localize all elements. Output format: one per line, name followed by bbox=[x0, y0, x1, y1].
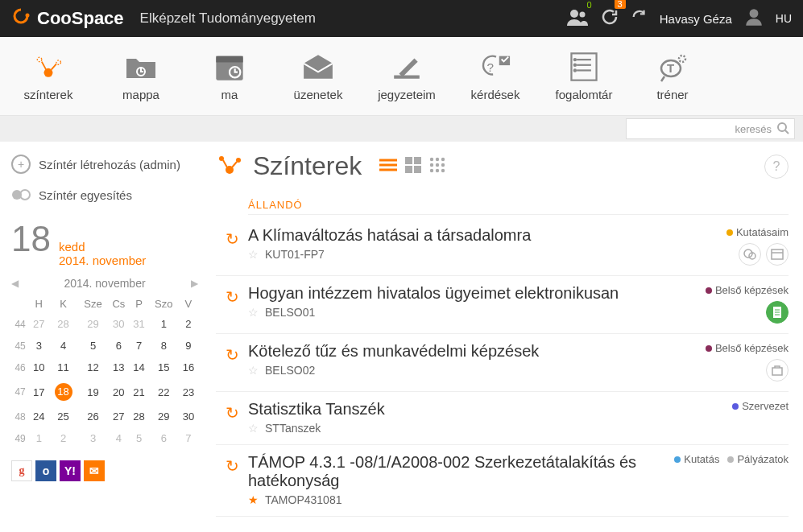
main: Színterek ? ÁLLANDÓ ↻ A Klímaváltozás ha… bbox=[209, 142, 803, 532]
svg-point-25 bbox=[778, 123, 786, 131]
calendar-today: 18 kedd 2014. november bbox=[11, 219, 198, 267]
calendar-day[interactable]: 27 bbox=[29, 313, 48, 335]
calendar-day[interactable]: 26 bbox=[78, 406, 108, 427]
nav-fogalomtar[interactable]: fogalomtár bbox=[540, 37, 628, 115]
page-title: Színterek bbox=[253, 151, 362, 181]
sidebar-merge[interactable]: Színtér egyesítés bbox=[11, 185, 198, 204]
calendar-day[interactable]: 29 bbox=[149, 406, 179, 427]
calendar-day[interactable]: 12 bbox=[78, 357, 108, 378]
help-icon[interactable]: ? bbox=[764, 155, 789, 179]
svg-text:?: ? bbox=[487, 60, 494, 74]
svg-point-3 bbox=[749, 9, 758, 18]
calendar-day[interactable]: 30 bbox=[179, 406, 198, 427]
calendar-day[interactable]: 2 bbox=[48, 427, 78, 449]
nav-mappa[interactable]: mappa bbox=[97, 37, 185, 115]
star-icon[interactable]: ★ bbox=[248, 493, 259, 506]
nav-uzenetek[interactable]: üzenetek bbox=[274, 37, 362, 115]
calendar-day[interactable]: 19 bbox=[78, 378, 108, 406]
doc-chip-icon[interactable] bbox=[766, 301, 789, 324]
calendar-day[interactable]: 30 bbox=[108, 313, 129, 335]
list-item[interactable]: ↻ Hogyan intézzem hivatalos ügyeimet ele… bbox=[216, 276, 789, 334]
nav-label: színterek bbox=[24, 88, 73, 101]
view-tiles-icon[interactable] bbox=[405, 157, 421, 176]
cal-next[interactable]: ▶ bbox=[191, 278, 198, 289]
calendar-day[interactable]: 29 bbox=[78, 313, 108, 335]
nav-trener[interactable]: T tréner bbox=[628, 37, 717, 115]
calendar-day[interactable]: 25 bbox=[48, 406, 78, 427]
calendar-day[interactable]: 20 bbox=[108, 378, 129, 406]
star-icon[interactable]: ☆ bbox=[248, 306, 259, 319]
view-list-icon[interactable] bbox=[379, 158, 397, 175]
calendar-day[interactable]: 31 bbox=[130, 313, 149, 335]
tag: Belső képzések bbox=[706, 284, 789, 296]
svg-point-0 bbox=[26, 14, 30, 18]
svg-rect-52 bbox=[772, 250, 783, 259]
calendar-day[interactable]: 3 bbox=[78, 427, 108, 449]
calendar-day[interactable]: 3 bbox=[29, 335, 48, 357]
sync-icon[interactable] bbox=[631, 8, 648, 30]
sidebar-create[interactable]: + Színtér létrehozás (admin) bbox=[11, 155, 198, 174]
calendar-day[interactable]: 4 bbox=[48, 335, 78, 357]
calendar-day[interactable]: 1 bbox=[29, 427, 48, 449]
calendar-day[interactable]: 24 bbox=[29, 406, 48, 427]
search-input[interactable]: keresés bbox=[626, 118, 795, 139]
calendar-day[interactable]: 8 bbox=[149, 335, 179, 357]
list-item[interactable]: ↻ A Klímaváltozás hatásai a társadalomra… bbox=[216, 218, 789, 276]
search-icon bbox=[776, 122, 789, 137]
username[interactable]: Havasy Géza bbox=[660, 12, 732, 26]
svg-line-7 bbox=[42, 62, 46, 70]
list-item[interactable]: ↻ TÁMOP 4.3.1 -08/1/A2008-002 Szerkezetá… bbox=[216, 445, 789, 517]
calendar-day[interactable]: 6 bbox=[108, 335, 129, 357]
calendar-day[interactable]: 11 bbox=[48, 357, 78, 378]
star-icon[interactable]: ☆ bbox=[248, 422, 259, 435]
box-chip-icon[interactable] bbox=[766, 359, 789, 381]
avatar-icon[interactable] bbox=[743, 6, 764, 31]
external-icons: g o Y! ✉ bbox=[11, 460, 198, 481]
calendar-day[interactable]: 22 bbox=[149, 378, 179, 406]
chat-chip-icon[interactable] bbox=[739, 243, 761, 266]
calendar-day[interactable]: 16 bbox=[179, 357, 198, 378]
svg-point-22 bbox=[574, 69, 576, 71]
calendar-day[interactable]: 2 bbox=[179, 313, 198, 335]
lang[interactable]: HU bbox=[776, 12, 792, 25]
calendar-day[interactable]: 7 bbox=[130, 335, 149, 357]
nav-jegyzeteim[interactable]: jegyzeteim bbox=[362, 37, 451, 115]
card-chip-icon[interactable] bbox=[766, 243, 789, 266]
calendar-day[interactable]: 15 bbox=[149, 357, 179, 378]
calendar-day[interactable]: 5 bbox=[78, 335, 108, 357]
star-icon[interactable]: ☆ bbox=[248, 248, 259, 261]
logo[interactable]: CooSpace bbox=[11, 6, 124, 31]
calendar-day[interactable]: 21 bbox=[130, 378, 149, 406]
calendar-day[interactable]: 6 bbox=[149, 427, 179, 449]
calendar-day[interactable]: 10 bbox=[29, 357, 48, 378]
outlook-icon[interactable]: o bbox=[35, 460, 56, 481]
calendar-day[interactable]: 9 bbox=[179, 335, 198, 357]
list-item[interactable]: ↻ Kötelező tűz és munkavédelmi képzések … bbox=[216, 334, 789, 392]
calendar-day[interactable]: 17 bbox=[29, 378, 48, 406]
svg-rect-40 bbox=[414, 166, 421, 173]
mail-icon[interactable]: ✉ bbox=[84, 460, 105, 481]
calendar-day[interactable]: 7 bbox=[179, 427, 198, 449]
calendar-day[interactable]: 13 bbox=[108, 357, 129, 378]
cal-prev[interactable]: ◀ bbox=[11, 278, 19, 289]
list-item[interactable]: ↻ Statisztika Tanszék ☆ STTanszek Szerve… bbox=[216, 392, 789, 445]
calendar-day[interactable]: 23 bbox=[179, 378, 198, 406]
nav-kerdesek[interactable]: ? kérdések bbox=[451, 37, 540, 115]
calendar-day[interactable]: 28 bbox=[130, 406, 149, 427]
nav-ma[interactable]: ma bbox=[185, 37, 274, 115]
star-icon[interactable]: ☆ bbox=[248, 364, 259, 377]
nav-szinterek[interactable]: színterek bbox=[0, 37, 97, 115]
view-grid-icon[interactable] bbox=[429, 157, 445, 176]
people-icon[interactable]: 0 bbox=[566, 8, 589, 30]
calendar-day[interactable]: 1 bbox=[149, 313, 179, 335]
refresh-badge-icon[interactable]: 3 bbox=[600, 7, 619, 31]
calendar-day[interactable]: 18 bbox=[48, 378, 78, 406]
yahoo-icon[interactable]: Y! bbox=[60, 460, 81, 481]
calendar-day[interactable]: 14 bbox=[130, 357, 149, 378]
calendar-day[interactable]: 28 bbox=[48, 313, 78, 335]
calendar-day[interactable]: 5 bbox=[130, 427, 149, 449]
calendar-day[interactable]: 4 bbox=[108, 427, 129, 449]
week-number: 45 bbox=[11, 335, 29, 357]
google-icon[interactable]: g bbox=[11, 460, 32, 481]
calendar-day[interactable]: 27 bbox=[108, 406, 129, 427]
